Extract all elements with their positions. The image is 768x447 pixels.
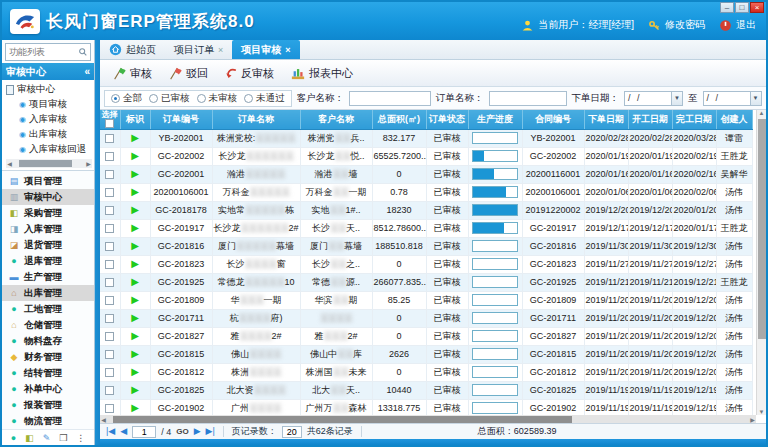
select-all-checkbox[interactable] [105, 119, 114, 128]
row-checkbox[interactable] [105, 260, 114, 269]
last-page-button[interactable]: ▶| [206, 427, 215, 436]
scroll-right-icon[interactable]: ▶ [85, 160, 92, 167]
scrollbar-thumb[interactable] [19, 160, 72, 167]
sidebar-item-审核中心[interactable]: ▥审核中心 [2, 189, 94, 205]
row-checkbox[interactable] [105, 188, 114, 197]
tree-item-项目审核[interactable]: ◉项目审核 [6, 97, 94, 112]
row-checkbox[interactable] [105, 206, 114, 215]
change-password-button[interactable]: 修改密码 [648, 18, 705, 32]
row-checkbox[interactable] [105, 296, 114, 305]
row-checkbox[interactable] [105, 152, 114, 161]
tree-item-出库审核[interactable]: ◉出库审核 [6, 127, 94, 142]
toolbar-button-反审核[interactable]: 反审核 [220, 63, 282, 84]
function-search-input[interactable] [6, 47, 78, 57]
sidebar-item-出库管理[interactable]: ⌂出库管理 [2, 285, 94, 301]
order-name-input[interactable] [489, 91, 567, 106]
table-row[interactable]: ▶GC-201917长沙龙某某某某某某2#长沙某某天..8512.78600..… [100, 219, 752, 237]
overflow-icon[interactable]: ⋮ [76, 433, 85, 443]
table-row[interactable]: ▶GC-201925常德龙某某某某某10常德某某源..266077.835...… [100, 273, 752, 291]
radio-未审核[interactable]: 未审核 [197, 92, 238, 105]
sidebar-item-采购管理[interactable]: ◧采购管理 [2, 205, 94, 221]
column-header-创建人[interactable]: 创建人 [716, 110, 752, 129]
table-row[interactable]: ▶GC-201711杭某某某某府)某某某某0已审核GC-2017112019/1… [100, 309, 752, 327]
radio-button[interactable] [244, 94, 253, 103]
horizontal-scrollbar[interactable]: ◀ ▶ [100, 415, 756, 423]
sidebar-item-物流管理[interactable]: ●物流管理 [2, 413, 94, 429]
column-header-订单编号[interactable]: 订单编号 [150, 110, 212, 129]
sidebar-item-工地管理[interactable]: ●工地管理 [2, 301, 94, 317]
close-tab-icon[interactable]: × [285, 45, 290, 55]
sidebar-panel-header[interactable]: 审核中心 « [2, 63, 94, 80]
scroll-down-icon[interactable]: ▼ [758, 409, 765, 415]
column-header-选择[interactable]: 选择 [100, 110, 120, 129]
first-page-button[interactable]: |◀ [106, 427, 115, 436]
table-row[interactable]: ▶GC-201825北大资某某某某北大某某天..10440已审核GC-20182… [100, 381, 752, 399]
radio-button[interactable] [111, 94, 120, 103]
customer-name-input[interactable] [349, 91, 431, 106]
column-header-客户名称[interactable]: 客户名称 [300, 110, 372, 129]
tree-horizontal-scrollbar[interactable]: ◀ ▶ [6, 159, 92, 168]
column-header-订单名称[interactable]: 订单名称 [212, 110, 300, 129]
radio-button[interactable] [149, 94, 158, 103]
sidebar-item-入库管理[interactable]: ◨入库管理 [2, 221, 94, 237]
vertical-scrollbar[interactable]: ▲ ▼ [756, 110, 766, 415]
tree-item-入库审核回退[interactable]: ◉入库审核回退 [6, 142, 94, 157]
radio-未通过[interactable]: 未通过 [244, 92, 285, 105]
close-tab-icon[interactable]: × [218, 45, 223, 55]
sidebar-item-退货管理[interactable]: ◪退货管理 [2, 237, 94, 253]
next-page-button[interactable]: ▶ [194, 427, 201, 436]
table-row[interactable]: ▶GC-201812株洲某某某某株洲国某某未来0已审核GC-2018122019… [100, 363, 752, 381]
row-checkbox[interactable] [105, 134, 114, 143]
table-row[interactable]: ▶YB-202001株洲党校:某某某某某株洲党某某兵..832.177已审核YB… [100, 129, 752, 147]
row-checkbox[interactable] [105, 242, 114, 251]
order-date-to-field[interactable]: / /▼ [703, 91, 762, 106]
toolbar-button-审核[interactable]: 审核 [108, 63, 160, 84]
column-header-开工日期[interactable]: 开工日期 [628, 110, 672, 129]
tab-起始页[interactable]: 起始页 [100, 40, 165, 59]
minimize-button[interactable]: – [720, 2, 734, 13]
row-checkbox[interactable] [105, 368, 114, 377]
scrollbar-thumb[interactable] [758, 119, 766, 339]
radio-button[interactable] [197, 94, 206, 103]
scrollbar-thumb[interactable] [113, 416, 572, 423]
page-number-input[interactable] [132, 426, 156, 438]
tree-item-入库审核[interactable]: ◉入库审核 [6, 112, 94, 127]
sidebar-item-项目管理[interactable]: ▤项目管理 [2, 173, 94, 189]
sidebar-item-退库管理[interactable]: ●退库管理 [2, 253, 94, 269]
collapse-icon[interactable]: « [84, 66, 90, 77]
table-row[interactable]: ▶GC-201809华某某某一期华滨某某期85.25已审核GC-20180920… [100, 291, 752, 309]
sidebar-item-报装管理[interactable]: ●报装管理 [2, 397, 94, 413]
sidebar-item-结转管理[interactable]: ●结转管理 [2, 365, 94, 381]
toolbar-button-驳回[interactable]: 驳回 [164, 63, 216, 84]
table-row[interactable]: ▶GC-201827雅某某某某2#雅某某某2#0已审核GC-2018272019… [100, 327, 752, 345]
row-checkbox[interactable] [105, 224, 114, 233]
close-button[interactable]: × [750, 2, 764, 13]
column-header-订单状态[interactable]: 订单状态 [426, 110, 468, 129]
scroll-up-icon[interactable]: ▲ [758, 110, 765, 116]
table-row[interactable]: ▶GC-2018178实地常某某某某某栋实地某某1#..18230已审核2019… [100, 201, 752, 219]
go-button[interactable]: GO [176, 428, 188, 436]
table-row[interactable]: ▶GC-201823长沙某某某某窗长沙某某之..0已审核GC-201823201… [100, 255, 752, 273]
pen-icon[interactable]: ✎ [43, 433, 51, 443]
column-header-完工日期[interactable]: 完工日期 [672, 110, 716, 129]
sidebar-item-补单中心[interactable]: ●补单中心 [2, 381, 94, 397]
row-checkbox[interactable] [105, 404, 114, 413]
row-checkbox[interactable] [105, 332, 114, 341]
table-row[interactable]: ▶GC-201816厦门某某某某某幕墙厦门某某幕墙188510.818已审核GC… [100, 237, 752, 255]
column-header-总面积(㎡)[interactable]: 总面积(㎡) [372, 110, 426, 129]
column-header-标识[interactable]: 标识 [120, 110, 150, 129]
table-row[interactable]: ▶GC-202001瀚港某某某某某瀚港某某墙0已审核20200116001202… [100, 165, 752, 183]
column-header-合同编号[interactable]: 合同编号 [522, 110, 584, 129]
row-checkbox[interactable] [105, 386, 114, 395]
radio-已审核[interactable]: 已审核 [149, 92, 190, 105]
column-header-生产进度[interactable]: 生产进度 [468, 110, 522, 129]
logout-button[interactable]: 退出 [719, 18, 756, 32]
maximize-button[interactable]: □ [735, 2, 749, 13]
sidebar-item-财务管理[interactable]: ◆财务管理 [2, 349, 94, 365]
scroll-right-icon[interactable]: ▶ [749, 416, 756, 423]
row-checkbox[interactable] [105, 314, 114, 323]
table-row[interactable]: ▶GC-202002长沙龙某某某某某某长沙龙某某悦..65525.7200...… [100, 147, 752, 165]
page-size-input[interactable] [282, 426, 302, 438]
row-checkbox[interactable] [105, 278, 114, 287]
chevron-down-icon[interactable]: ▼ [750, 92, 761, 105]
